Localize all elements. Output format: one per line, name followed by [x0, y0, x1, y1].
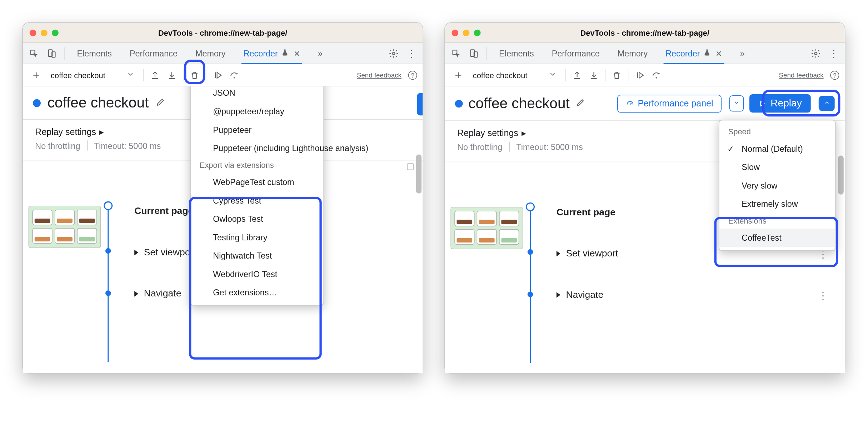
performance-panel-label: Performance panel	[638, 99, 713, 109]
export-nightwatch[interactable]: Nightwatch Test	[191, 246, 324, 265]
timeline-node[interactable]	[104, 201, 113, 210]
speed-very-slow[interactable]: Very slow	[719, 176, 835, 195]
export-webpagetest[interactable]: WebPageTest custom	[191, 173, 324, 191]
export-testing-library[interactable]: Testing Library	[191, 228, 324, 246]
flask-icon	[281, 49, 289, 58]
replay-speed-menu: Speed Normal (Default) Slow Very slow Ex…	[719, 120, 836, 251]
delete-icon[interactable]	[609, 67, 625, 83]
export-cypress[interactable]: Cypress Test	[191, 191, 324, 210]
replay-settings-label: Replay settings	[457, 128, 518, 138]
tab-recorder[interactable]: Recorder ✕	[658, 43, 730, 64]
step-set-viewport[interactable]: Set viewport	[557, 248, 618, 259]
edit-title-icon[interactable]	[575, 98, 585, 109]
devtools-tabs: Elements Performance Memory Recorder ✕ »…	[445, 43, 845, 64]
export-json[interactable]: JSON	[191, 86, 324, 102]
step-play-icon[interactable]	[632, 67, 648, 83]
step-set-viewport[interactable]: Set viewport	[134, 247, 196, 258]
tabs-overflow[interactable]: »	[732, 43, 753, 64]
timeline-expand-icon[interactable]	[407, 163, 414, 170]
tab-elements[interactable]: Elements	[491, 43, 542, 64]
edit-title-icon[interactable]	[155, 97, 165, 109]
speed-ext-coffeetest[interactable]: CoffeeTest	[719, 229, 835, 247]
recording-dot-icon	[33, 99, 41, 107]
tab-memory[interactable]: Memory	[610, 43, 655, 64]
tab-elements[interactable]: Elements	[69, 43, 120, 64]
step-navigate[interactable]: Navigate	[557, 289, 603, 300]
tab-memory[interactable]: Memory	[188, 43, 233, 64]
performance-panel-button[interactable]: Performance panel	[617, 95, 722, 112]
inspect-icon[interactable]	[26, 45, 42, 61]
timeline-node[interactable]	[105, 248, 111, 254]
export-menu: Export JSON @puppeteer/replay Puppeteer …	[190, 86, 324, 305]
close-tab-icon[interactable]: ✕	[715, 49, 722, 58]
import-icon[interactable]	[569, 67, 585, 83]
replay-speed-dropdown[interactable]	[819, 96, 835, 111]
devtools-tabs: Elements Performance Memory Recorder ✕ »…	[23, 43, 423, 64]
step-play-icon[interactable]	[210, 67, 225, 83]
throttling-value: No throttling	[35, 141, 80, 150]
cropped-button-edge	[417, 93, 423, 115]
svg-point-7	[655, 77, 657, 78]
svg-point-6	[814, 52, 817, 55]
step-label: Set viewport	[566, 248, 618, 259]
export-icon[interactable]	[164, 67, 180, 83]
import-icon[interactable]	[147, 67, 163, 83]
performance-panel-dropdown[interactable]	[729, 95, 744, 111]
timeline-node[interactable]	[105, 290, 111, 296]
step-current-page[interactable]: Current page	[134, 206, 193, 217]
new-recording-icon[interactable]	[450, 67, 466, 83]
step-navigate[interactable]: Navigate	[134, 288, 181, 299]
new-recording-icon[interactable]	[29, 67, 44, 83]
export-puppeteer-replay[interactable]: @puppeteer/replay	[191, 102, 324, 121]
more-menu-icon[interactable]: ⋮	[826, 45, 842, 61]
recorder-content: coffee checkout Performance panel Replay	[445, 86, 845, 373]
caret-right-icon	[557, 251, 560, 256]
recording-selector[interactable]: coffee checkout	[45, 68, 140, 82]
inspect-icon[interactable]	[448, 45, 464, 61]
gear-icon[interactable]	[386, 45, 401, 61]
page-thumbnail	[29, 206, 101, 248]
device-toolbar-icon[interactable]	[466, 45, 482, 61]
speed-slow[interactable]: Slow	[719, 158, 835, 176]
timeline-node[interactable]	[528, 249, 533, 255]
export-webdriverio[interactable]: WebdriverIO Test	[191, 265, 324, 283]
timeline-node[interactable]	[526, 202, 535, 211]
more-menu-icon[interactable]: ⋮	[404, 45, 419, 61]
step-label: Current page	[134, 206, 193, 217]
replay-button[interactable]: Replay	[749, 94, 811, 113]
tabs-overflow[interactable]: »	[310, 43, 330, 64]
export-icon[interactable]	[586, 67, 602, 83]
svg-point-3	[234, 77, 235, 78]
speed-extremely-slow[interactable]: Extremely slow	[719, 195, 835, 213]
step-over-icon[interactable]	[226, 67, 242, 83]
scrollbar-thumb[interactable]	[838, 156, 844, 195]
recording-selector[interactable]: coffee checkout	[467, 68, 562, 82]
speed-normal[interactable]: Normal (Default)	[719, 139, 835, 158]
step-options-icon[interactable]: ⋮	[818, 289, 828, 301]
delete-icon[interactable]	[187, 67, 203, 83]
tab-performance[interactable]: Performance	[544, 43, 608, 64]
help-icon[interactable]: ?	[830, 70, 839, 79]
help-icon[interactable]: ?	[408, 70, 417, 79]
caret-right-icon	[557, 292, 560, 298]
window-title: DevTools - chrome://new-tab-page/	[445, 28, 845, 37]
send-feedback-link[interactable]: Send feedback	[357, 71, 401, 79]
device-toolbar-icon[interactable]	[44, 45, 60, 61]
close-tab-icon[interactable]: ✕	[294, 49, 300, 58]
export-get-extensions[interactable]: Get extensions…	[191, 283, 324, 302]
scrollbar-thumb[interactable]	[416, 154, 422, 193]
step-current-page[interactable]: Current page	[557, 207, 615, 218]
caret-right-icon: ▸	[522, 128, 526, 138]
gear-icon[interactable]	[808, 45, 824, 61]
export-puppeteer-lighthouse[interactable]: Puppeteer (including Lighthouse analysis…	[191, 139, 324, 158]
recorder-content: coffee checkout Replay settings ▸ No thr…	[23, 86, 423, 373]
send-feedback-link[interactable]: Send feedback	[779, 71, 824, 79]
devtools-window-replay: DevTools - chrome://new-tab-page/ Elemen…	[444, 22, 845, 373]
chevron-down-icon	[549, 70, 557, 80]
tab-recorder[interactable]: Recorder ✕	[236, 43, 308, 64]
timeline-node[interactable]	[528, 291, 533, 297]
step-over-icon[interactable]	[648, 67, 664, 83]
export-puppeteer[interactable]: Puppeteer	[191, 120, 324, 139]
tab-performance[interactable]: Performance	[122, 43, 185, 64]
export-owloops[interactable]: Owloops Test	[191, 210, 324, 228]
